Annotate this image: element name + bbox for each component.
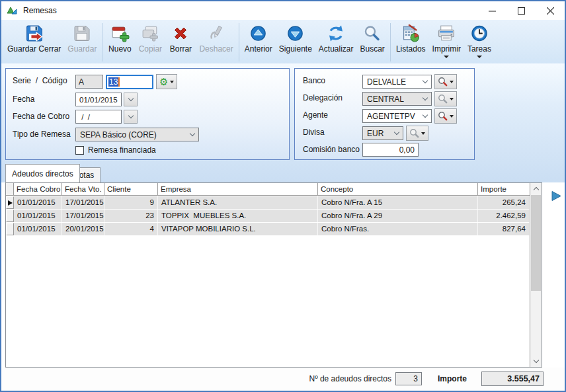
comision-banco-label: Comisión banco bbox=[303, 145, 360, 154]
table-row[interactable]: 01/01/2015 17/01/2015 23 TOPPIX MUEBLES … bbox=[6, 210, 542, 222]
fecha-cobro-dropdown-button[interactable] bbox=[124, 110, 138, 124]
dropdown-caret-icon bbox=[450, 81, 454, 83]
importe-total-label: Importe bbox=[438, 374, 467, 383]
tasks-icon bbox=[470, 22, 489, 44]
toolbar-label: Siguiente bbox=[279, 44, 312, 54]
side-play-icon[interactable] bbox=[551, 190, 562, 202]
copy-icon bbox=[141, 22, 160, 44]
codigo-field[interactable]: 13 bbox=[106, 75, 153, 89]
importe-total-field: 3.555,47 bbox=[481, 372, 544, 386]
listados-button[interactable]: Listados bbox=[393, 22, 429, 54]
scroll-up-button[interactable] bbox=[530, 183, 542, 194]
borrar-button[interactable]: Borrar bbox=[165, 22, 196, 54]
fecha-dropdown-button[interactable] bbox=[124, 93, 138, 106]
toolbar-label: Guardar Cerrar bbox=[7, 44, 61, 54]
marker-header-cell bbox=[6, 183, 14, 195]
table-header-row: Fecha Cobro Fecha Vto. Cliente Empresa C… bbox=[6, 183, 542, 196]
agente-label: Agente bbox=[303, 110, 328, 120]
undo-icon bbox=[207, 22, 225, 44]
chevron-down-icon bbox=[128, 95, 133, 100]
agente-search-button[interactable] bbox=[434, 108, 457, 124]
delegacion-search-button[interactable] bbox=[434, 91, 457, 106]
toolbar-label: Actualizar bbox=[319, 44, 354, 54]
buscar-button[interactable]: Buscar bbox=[357, 22, 388, 54]
toolbar-label: Deshacer bbox=[199, 44, 233, 54]
save-icon bbox=[73, 22, 91, 44]
chevron-down-icon bbox=[423, 95, 428, 100]
close-button[interactable] bbox=[536, 1, 565, 20]
previous-icon bbox=[249, 22, 267, 44]
magnifier-icon bbox=[409, 128, 419, 138]
agente-select[interactable]: AGENTETPV bbox=[362, 109, 432, 123]
divisa-label: Divisa bbox=[303, 128, 325, 137]
dropdown-caret-icon bbox=[421, 132, 425, 135]
imprimir-button[interactable]: Imprimir bbox=[429, 22, 464, 59]
copiar-button[interactable]: Copiar bbox=[135, 22, 165, 54]
gear-icon: ⚙ bbox=[159, 77, 168, 87]
scroll-down-button[interactable] bbox=[530, 356, 542, 367]
close-icon bbox=[547, 7, 554, 15]
adeudos-table: Fecha Cobro Fecha Vto. Cliente Empresa C… bbox=[5, 182, 542, 368]
delegacion-select[interactable]: CENTRAL bbox=[362, 92, 432, 106]
serie-codigo-label: Serie / Código bbox=[13, 76, 67, 85]
banco-search-button[interactable] bbox=[434, 74, 457, 89]
toolbar-separator bbox=[239, 23, 239, 61]
toolbar-label: Nuevo bbox=[108, 44, 132, 54]
guardar-cerrar-button[interactable]: Guardar Cerrar bbox=[4, 22, 64, 54]
guardar-button[interactable]: Guardar bbox=[64, 22, 100, 54]
deshacer-button[interactable]: Deshacer bbox=[196, 22, 236, 54]
remesa-financiada-label: Remesa financiada bbox=[88, 145, 156, 155]
magnifier-icon bbox=[438, 111, 448, 121]
divisa-select[interactable]: EUR bbox=[362, 126, 403, 140]
toolbar-label: Guardar bbox=[67, 44, 97, 54]
adeudos-count-field: 3 bbox=[395, 372, 422, 385]
minimize-button[interactable] bbox=[477, 1, 506, 20]
column-header[interactable]: Fecha Cobro bbox=[14, 183, 62, 195]
toolbar-label: Anterior bbox=[245, 44, 272, 54]
column-header[interactable]: Fecha Vto. bbox=[62, 183, 104, 195]
tipo-remesa-select[interactable]: SEPA Básico (CORE) bbox=[75, 128, 199, 141]
chevron-up-icon bbox=[533, 187, 538, 192]
vertical-scrollbar[interactable] bbox=[530, 183, 542, 367]
actualizar-button[interactable]: Actualizar bbox=[315, 22, 357, 54]
fecha-cobro-field[interactable]: / / bbox=[75, 110, 122, 124]
table-row[interactable]: 01/01/2015 17/01/2015 9 ATLANTER S.A. Co… bbox=[6, 196, 542, 209]
toolbar-separator bbox=[102, 23, 102, 61]
chevron-down-icon bbox=[128, 112, 133, 118]
codigo-gear-button[interactable]: ⚙ bbox=[156, 74, 177, 89]
comision-banco-field[interactable]: 0,00 bbox=[362, 143, 419, 157]
chevron-down-icon bbox=[190, 130, 195, 136]
scrollbar-thumb[interactable] bbox=[531, 195, 541, 291]
next-icon bbox=[286, 22, 304, 44]
dropdown-caret-icon bbox=[170, 81, 174, 83]
column-header[interactable]: Cliente bbox=[104, 183, 158, 195]
divisa-search-button[interactable] bbox=[406, 126, 428, 141]
minimize-icon bbox=[489, 7, 496, 15]
row-arrow-icon bbox=[8, 200, 13, 206]
column-header[interactable]: Empresa bbox=[158, 183, 318, 195]
serie-field[interactable]: A bbox=[75, 75, 103, 89]
text-caret bbox=[118, 77, 120, 87]
fecha-field[interactable]: 01/01/2015 bbox=[75, 93, 122, 106]
siguiente-button[interactable]: Siguiente bbox=[276, 22, 315, 54]
banco-label: Banco bbox=[303, 76, 325, 85]
chevron-down-icon bbox=[423, 112, 428, 117]
new-icon bbox=[110, 22, 130, 44]
magnifier-icon bbox=[438, 94, 448, 104]
remesa-financiada-checkbox[interactable] bbox=[75, 146, 84, 155]
tareas-button[interactable]: Tareas bbox=[464, 22, 495, 59]
chevron-down-icon bbox=[533, 358, 538, 363]
adeudos-count-label: Nº de adeudos directos bbox=[278, 374, 391, 383]
column-header[interactable]: Concepto bbox=[318, 183, 478, 195]
toolbar: Guardar Cerrar Guardar bbox=[1, 20, 565, 63]
chevron-down-icon bbox=[423, 77, 428, 83]
toolbar-label: Borrar bbox=[170, 44, 192, 54]
column-header[interactable]: Importe bbox=[478, 183, 530, 195]
fecha-label: Fecha bbox=[13, 95, 34, 104]
maximize-button[interactable] bbox=[506, 1, 536, 20]
tab-adeudos-directos[interactable]: Adeudos directos bbox=[5, 164, 80, 182]
nuevo-button[interactable]: Nuevo bbox=[104, 22, 135, 54]
banco-select[interactable]: DELVALLE bbox=[362, 75, 432, 89]
table-row[interactable]: 01/01/2015 20/01/2015 4 VITAPOP MOBILIAR… bbox=[6, 223, 542, 235]
anterior-button[interactable]: Anterior bbox=[241, 22, 276, 54]
